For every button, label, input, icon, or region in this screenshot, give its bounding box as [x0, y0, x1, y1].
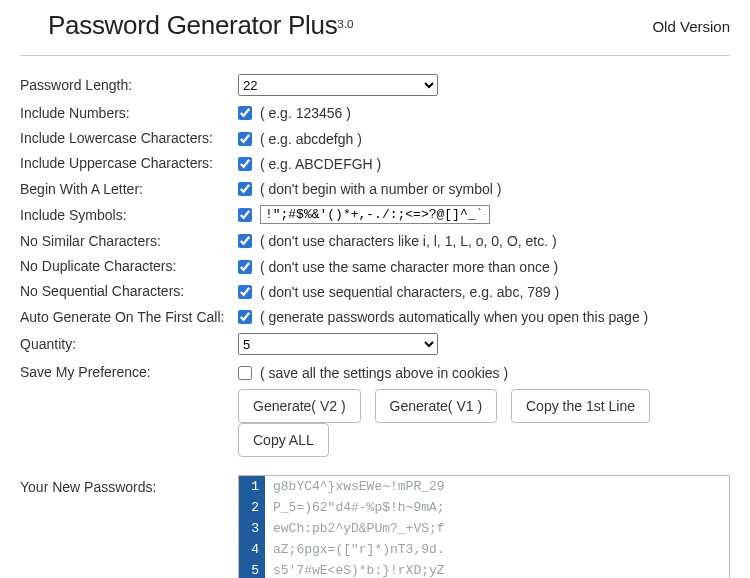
- label-auto-generate: Auto Generate On The First Call:: [20, 304, 238, 329]
- password-row: 5s5'7#wE<eS)*b:}!rXD;yZ: [239, 560, 729, 578]
- label-no-duplicate: No Duplicate Characters:: [20, 253, 238, 278]
- password-line-number: 3: [239, 518, 265, 539]
- label-include-lowercase: Include Lowercase Characters:: [20, 125, 238, 150]
- password-row: 3ewCh:pb2^yD&PUm?_+VS;f: [239, 518, 729, 539]
- password-text[interactable]: ewCh:pb2^yD&PUm?_+VS;f: [265, 518, 445, 539]
- generate-v1-button[interactable]: Generate( V1 ): [375, 389, 498, 423]
- label-quantity: Quantity:: [20, 329, 238, 359]
- title-text: Password Generator Plus: [48, 10, 337, 40]
- hint-no-duplicate: ( don't use the same character more than…: [260, 259, 558, 275]
- no-similar-checkbox[interactable]: [238, 234, 252, 248]
- include-symbols-checkbox[interactable]: [238, 208, 252, 222]
- password-row: 4aZ;6pgx=(["r]*)nT3,9d.: [239, 539, 729, 560]
- version-superscript: 3.0: [337, 17, 353, 30]
- include-lowercase-checkbox[interactable]: [238, 132, 252, 146]
- password-row: 1g8bYC4^}xwsEWe~!mPR_29: [239, 476, 729, 497]
- include-uppercase-checkbox[interactable]: [238, 157, 252, 171]
- password-line-number: 4: [239, 539, 265, 560]
- no-sequential-checkbox[interactable]: [238, 285, 252, 299]
- label-include-symbols: Include Symbols:: [20, 201, 238, 228]
- password-text[interactable]: aZ;6pgx=(["r]*)nT3,9d.: [265, 539, 445, 560]
- password-length-select[interactable]: 22: [238, 74, 438, 96]
- password-row: 2P_5=)62"d4#-%p$!h~9mA;: [239, 497, 729, 518]
- label-no-similar: No Similar Characters:: [20, 228, 238, 253]
- no-duplicate-checkbox[interactable]: [238, 260, 252, 274]
- save-pref-checkbox[interactable]: [238, 366, 252, 380]
- label-your-passwords: Your New Passwords:: [20, 461, 238, 578]
- hint-auto-generate: ( generate passwords automatically when …: [260, 309, 648, 325]
- label-password-length: Password Length:: [20, 70, 238, 100]
- password-text[interactable]: s5'7#wE<eS)*b:}!rXD;yZ: [265, 560, 445, 578]
- hint-uppercase: ( e.g. ABCDEFGH ): [260, 156, 381, 172]
- password-line-number: 5: [239, 560, 265, 578]
- copy-first-button[interactable]: Copy the 1st Line: [511, 389, 650, 423]
- hint-numbers: ( e.g. 123456 ): [260, 105, 351, 121]
- symbols-input[interactable]: [260, 205, 490, 224]
- password-line-number: 1: [239, 476, 265, 497]
- include-numbers-checkbox[interactable]: [238, 106, 252, 120]
- copy-all-button[interactable]: Copy ALL: [238, 423, 329, 457]
- password-text[interactable]: P_5=)62"d4#-%p$!h~9mA;: [265, 497, 445, 518]
- hint-no-similar: ( don't use characters like i, l, 1, L, …: [260, 233, 557, 249]
- hint-save-pref: ( save all the settings above in cookies…: [260, 365, 508, 381]
- label-save-pref: Save My Preference:: [20, 359, 238, 384]
- old-version-link[interactable]: Old Version: [652, 10, 730, 35]
- divider: [20, 55, 730, 56]
- password-line-number: 2: [239, 497, 265, 518]
- page-title: Password Generator Plus3.0: [48, 10, 354, 41]
- begin-letter-checkbox[interactable]: [238, 182, 252, 196]
- password-output[interactable]: 1g8bYC4^}xwsEWe~!mPR_292P_5=)62"d4#-%p$!…: [238, 475, 730, 578]
- hint-begin-letter: ( don't begin with a number or symbol ): [260, 181, 502, 197]
- label-include-uppercase: Include Uppercase Characters:: [20, 151, 238, 176]
- label-begin-letter: Begin With A Letter:: [20, 176, 238, 201]
- hint-lowercase: ( e.g. abcdefgh ): [260, 131, 362, 147]
- label-no-sequential: No Sequential Characters:: [20, 279, 238, 304]
- hint-no-sequential: ( don't use sequential characters, e.g. …: [260, 284, 559, 300]
- quantity-select[interactable]: 5: [238, 333, 438, 355]
- generate-v2-button[interactable]: Generate( V2 ): [238, 389, 361, 423]
- password-text[interactable]: g8bYC4^}xwsEWe~!mPR_29: [265, 476, 445, 497]
- label-include-numbers: Include Numbers:: [20, 100, 238, 125]
- auto-generate-checkbox[interactable]: [238, 310, 252, 324]
